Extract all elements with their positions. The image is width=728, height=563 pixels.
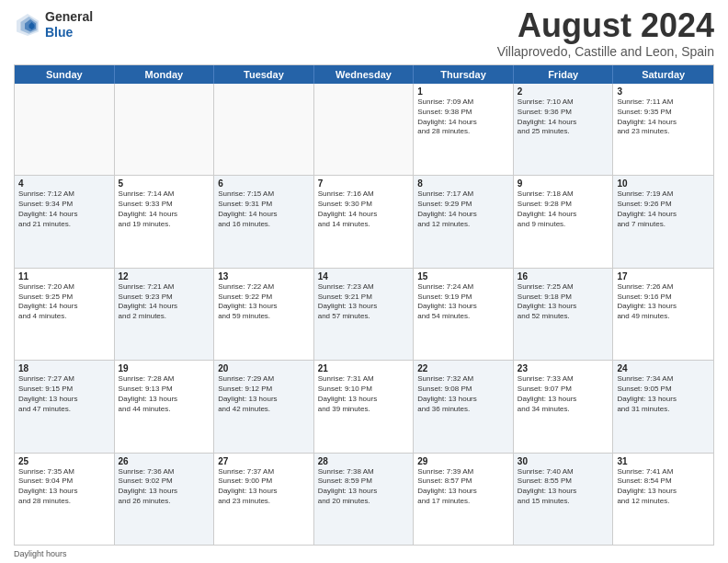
calendar-cell-r4-c6: 31Sunrise: 7:41 AM Sunset: 8:54 PM Dayli… xyxy=(613,454,713,545)
day-number: 22 xyxy=(417,363,509,373)
day-number: 29 xyxy=(417,456,509,466)
day-info: Sunrise: 7:40 AM Sunset: 8:55 PM Dayligh… xyxy=(518,467,609,507)
logo-general: General xyxy=(45,9,93,24)
calendar-cell-r4-c3: 28Sunrise: 7:38 AM Sunset: 8:59 PM Dayli… xyxy=(314,454,415,545)
day-info: Sunrise: 7:12 AM Sunset: 9:34 PM Dayligh… xyxy=(18,190,110,229)
day-info: Sunrise: 7:41 AM Sunset: 8:54 PM Dayligh… xyxy=(617,467,710,507)
calendar-cell-r0-c1 xyxy=(115,84,215,175)
calendar-cell-r3-c3: 21Sunrise: 7:31 AM Sunset: 9:10 PM Dayli… xyxy=(314,361,415,452)
day-info: Sunrise: 7:09 AM Sunset: 9:38 PM Dayligh… xyxy=(417,98,509,137)
day-number: 9 xyxy=(518,178,609,189)
day-info: Sunrise: 7:18 AM Sunset: 9:28 PM Dayligh… xyxy=(518,190,609,229)
weekday-wednesday: Wednesday xyxy=(314,65,415,84)
day-info: Sunrise: 7:22 AM Sunset: 9:22 PM Dayligh… xyxy=(218,282,310,322)
day-info: Sunrise: 7:35 AM Sunset: 9:04 PM Dayligh… xyxy=(18,467,110,507)
day-number: 4 xyxy=(18,178,110,189)
day-info: Sunrise: 7:10 AM Sunset: 9:36 PM Dayligh… xyxy=(518,98,609,137)
day-info: Sunrise: 7:33 AM Sunset: 9:07 PM Dayligh… xyxy=(518,374,609,414)
day-info: Sunrise: 7:11 AM Sunset: 9:35 PM Dayligh… xyxy=(617,98,710,137)
day-info: Sunrise: 7:26 AM Sunset: 9:16 PM Dayligh… xyxy=(617,282,710,322)
calendar-cell-r0-c4: 1Sunrise: 7:09 AM Sunset: 9:38 PM Daylig… xyxy=(414,84,514,175)
day-number: 15 xyxy=(417,271,509,282)
day-info: Sunrise: 7:15 AM Sunset: 9:31 PM Dayligh… xyxy=(218,190,310,229)
calendar-cell-r2-c6: 17Sunrise: 7:26 AM Sunset: 9:16 PM Dayli… xyxy=(613,269,713,360)
calendar-row-3: 18Sunrise: 7:27 AM Sunset: 9:15 PM Dayli… xyxy=(15,360,713,452)
weekday-saturday: Saturday xyxy=(613,65,713,84)
calendar-cell-r2-c2: 13Sunrise: 7:22 AM Sunset: 9:22 PM Dayli… xyxy=(214,269,314,360)
day-info: Sunrise: 7:20 AM Sunset: 9:25 PM Dayligh… xyxy=(18,282,110,322)
day-number: 2 xyxy=(518,86,609,97)
calendar-cell-r0-c6: 3Sunrise: 7:11 AM Sunset: 9:35 PM Daylig… xyxy=(613,84,713,175)
calendar: Sunday Monday Tuesday Wednesday Thursday… xyxy=(14,64,714,546)
day-number: 14 xyxy=(318,271,410,282)
day-number: 12 xyxy=(119,271,210,282)
calendar-row-2: 11Sunrise: 7:20 AM Sunset: 9:25 PM Dayli… xyxy=(15,268,713,360)
calendar-cell-r1-c0: 4Sunrise: 7:12 AM Sunset: 9:34 PM Daylig… xyxy=(15,176,115,267)
day-number: 27 xyxy=(218,456,310,466)
day-number: 1 xyxy=(417,86,509,97)
day-number: 6 xyxy=(218,178,310,189)
calendar-cell-r3-c1: 19Sunrise: 7:28 AM Sunset: 9:13 PM Dayli… xyxy=(115,361,215,452)
weekday-friday: Friday xyxy=(514,65,614,84)
calendar-cell-r3-c5: 23Sunrise: 7:33 AM Sunset: 9:07 PM Dayli… xyxy=(514,361,614,452)
day-number: 11 xyxy=(18,271,110,282)
day-number: 26 xyxy=(119,456,210,466)
calendar-cell-r1-c6: 10Sunrise: 7:19 AM Sunset: 9:26 PM Dayli… xyxy=(613,176,713,267)
page-title: August 2024 xyxy=(497,9,714,42)
day-number: 10 xyxy=(617,178,710,189)
logo-icon xyxy=(14,11,41,39)
day-number: 7 xyxy=(318,178,410,189)
weekday-tuesday: Tuesday xyxy=(214,65,314,84)
calendar-cell-r4-c4: 29Sunrise: 7:39 AM Sunset: 8:57 PM Dayli… xyxy=(414,454,514,545)
calendar-cell-r2-c1: 12Sunrise: 7:21 AM Sunset: 9:23 PM Dayli… xyxy=(115,269,215,360)
day-info: Sunrise: 7:34 AM Sunset: 9:05 PM Dayligh… xyxy=(617,374,710,414)
day-number: 23 xyxy=(518,363,609,373)
day-info: Sunrise: 7:28 AM Sunset: 9:13 PM Dayligh… xyxy=(119,374,210,414)
day-number: 25 xyxy=(18,456,110,466)
calendar-cell-r0-c2 xyxy=(214,84,314,175)
page-header: General Blue August 2024 Villaprovedo, C… xyxy=(14,9,714,59)
calendar-cell-r1-c1: 5Sunrise: 7:14 AM Sunset: 9:33 PM Daylig… xyxy=(115,176,215,267)
calendar-cell-r1-c4: 8Sunrise: 7:17 AM Sunset: 9:29 PM Daylig… xyxy=(414,176,514,267)
day-info: Sunrise: 7:31 AM Sunset: 9:10 PM Dayligh… xyxy=(318,374,410,414)
day-number: 28 xyxy=(318,456,410,466)
day-number: 13 xyxy=(218,271,310,282)
day-number: 3 xyxy=(617,86,710,97)
day-number: 8 xyxy=(417,178,509,189)
day-number: 16 xyxy=(518,271,609,282)
weekday-monday: Monday xyxy=(115,65,215,84)
day-info: Sunrise: 7:14 AM Sunset: 9:33 PM Dayligh… xyxy=(119,190,210,229)
day-info: Sunrise: 7:39 AM Sunset: 8:57 PM Dayligh… xyxy=(417,467,509,507)
calendar-cell-r4-c5: 30Sunrise: 7:40 AM Sunset: 8:55 PM Dayli… xyxy=(514,454,614,545)
day-number: 21 xyxy=(318,363,410,373)
calendar-header: Sunday Monday Tuesday Wednesday Thursday… xyxy=(15,65,713,84)
day-info: Sunrise: 7:19 AM Sunset: 9:26 PM Dayligh… xyxy=(617,190,710,229)
footer: Daylight hours xyxy=(14,549,714,558)
calendar-cell-r3-c6: 24Sunrise: 7:34 AM Sunset: 9:05 PM Dayli… xyxy=(613,361,713,452)
day-info: Sunrise: 7:37 AM Sunset: 9:00 PM Dayligh… xyxy=(218,467,310,507)
calendar-cell-r0-c3 xyxy=(314,84,415,175)
calendar-cell-r4-c1: 26Sunrise: 7:36 AM Sunset: 9:02 PM Dayli… xyxy=(115,454,215,545)
calendar-body: 1Sunrise: 7:09 AM Sunset: 9:38 PM Daylig… xyxy=(15,84,713,545)
day-info: Sunrise: 7:16 AM Sunset: 9:30 PM Dayligh… xyxy=(318,190,410,229)
day-info: Sunrise: 7:23 AM Sunset: 9:21 PM Dayligh… xyxy=(318,282,410,322)
calendar-cell-r3-c0: 18Sunrise: 7:27 AM Sunset: 9:15 PM Dayli… xyxy=(15,361,115,452)
calendar-cell-r4-c2: 27Sunrise: 7:37 AM Sunset: 9:00 PM Dayli… xyxy=(214,454,314,545)
day-number: 17 xyxy=(617,271,710,282)
logo: General Blue xyxy=(14,9,93,40)
day-number: 30 xyxy=(518,456,609,466)
day-info: Sunrise: 7:17 AM Sunset: 9:29 PM Dayligh… xyxy=(417,190,509,229)
day-info: Sunrise: 7:24 AM Sunset: 9:19 PM Dayligh… xyxy=(417,282,509,322)
calendar-cell-r0-c0 xyxy=(15,84,115,175)
day-number: 20 xyxy=(218,363,310,373)
day-info: Sunrise: 7:32 AM Sunset: 9:08 PM Dayligh… xyxy=(417,374,509,414)
weekday-thursday: Thursday xyxy=(414,65,514,84)
calendar-row-0: 1Sunrise: 7:09 AM Sunset: 9:38 PM Daylig… xyxy=(15,84,713,175)
day-number: 19 xyxy=(119,363,210,373)
footer-label: Daylight hours xyxy=(14,549,67,558)
day-info: Sunrise: 7:38 AM Sunset: 8:59 PM Dayligh… xyxy=(318,467,410,507)
logo-text: General Blue xyxy=(45,9,93,40)
calendar-cell-r3-c2: 20Sunrise: 7:29 AM Sunset: 9:12 PM Dayli… xyxy=(214,361,314,452)
day-number: 31 xyxy=(617,456,710,466)
day-number: 5 xyxy=(119,178,210,189)
